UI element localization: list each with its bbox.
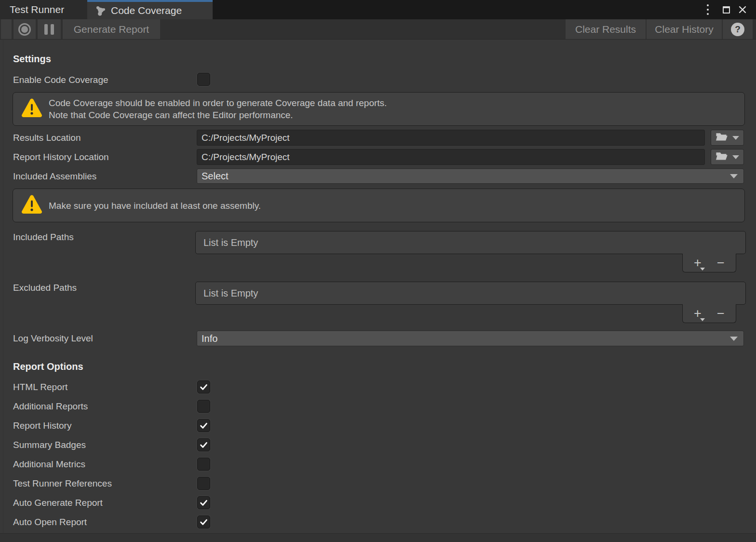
option-row-summary-badges: Summary Badges	[0, 438, 756, 458]
generate-report-button[interactable]: Generate Report	[63, 19, 160, 39]
report-options-list: HTML Report Additional Reports Report Hi…	[0, 380, 756, 535]
additional-metrics-checkbox[interactable]	[197, 458, 210, 471]
excluded-paths-label: Excluded Paths	[13, 281, 77, 294]
included-assemblies-label: Included Assemblies	[13, 169, 96, 184]
results-location-label: Results Location	[13, 130, 81, 146]
report-history-location-folder-button[interactable]	[711, 149, 744, 165]
additional-reports-checkbox[interactable]	[197, 400, 210, 413]
toolbar: Generate Report Clear Results Clear Hist…	[0, 19, 756, 40]
chevron-down-icon	[700, 318, 705, 321]
record-button[interactable]	[14, 19, 36, 39]
clear-results-label: Clear Results	[575, 24, 636, 35]
folder-icon	[716, 132, 728, 144]
option-row-additional-reports: Additional Reports	[0, 400, 756, 419]
enable-warning-box: Code Coverage should be enabled in order…	[13, 92, 745, 126]
option-row-auto-open-report: Auto Open Report	[0, 515, 756, 535]
included-paths-list-footer: + −	[682, 254, 736, 272]
results-location-folder-button[interactable]	[711, 130, 744, 146]
pause-button[interactable]	[38, 19, 61, 39]
chevron-down-icon	[730, 174, 738, 178]
remove-included-path-button[interactable]: −	[715, 257, 727, 270]
log-verbosity-dropdown[interactable]: Info	[197, 331, 744, 346]
chevron-down-icon	[732, 136, 739, 140]
option-label: Auto Generate Report	[13, 496, 103, 509]
window-bottom-strip	[0, 533, 756, 542]
maximize-icon[interactable]	[718, 0, 734, 19]
warning-icon	[21, 98, 43, 120]
option-row-html-report: HTML Report	[0, 380, 756, 400]
tab-bar: Test Runner Code Coverage	[0, 0, 756, 19]
option-label: Additional Reports	[13, 400, 88, 413]
remove-excluded-path-button[interactable]: −	[715, 307, 727, 320]
option-label: Auto Open Report	[13, 515, 87, 528]
option-row-additional-metrics: Additional Metrics	[0, 458, 756, 477]
help-button[interactable]: ?	[723, 19, 753, 39]
chevron-down-icon	[700, 268, 705, 271]
code-coverage-icon	[95, 5, 107, 16]
auto-generate-report-checkbox[interactable]	[197, 496, 210, 509]
option-label: Test Runner References	[13, 477, 112, 490]
warning-icon	[21, 194, 43, 217]
assemblies-warning-box: Make sure you have included at least one…	[13, 189, 745, 222]
summary-badges-checkbox[interactable]	[197, 438, 210, 451]
log-verbosity-value: Info	[197, 333, 730, 344]
add-included-path-button[interactable]: +	[691, 257, 704, 270]
included-assemblies-value: Select	[197, 171, 730, 182]
tab-code-coverage[interactable]: Code Coverage	[87, 0, 213, 19]
enable-warning-text: Code Coverage should be enabled in order…	[49, 97, 387, 121]
enable-code-coverage-checkbox[interactable]	[197, 73, 210, 86]
chevron-down-icon	[732, 155, 739, 159]
help-icon: ?	[731, 23, 744, 36]
test-runner-references-checkbox[interactable]	[197, 477, 210, 490]
included-paths-label: Included Paths	[13, 230, 74, 244]
excluded-paths-empty-text: List is Empty	[196, 288, 258, 299]
settings-header: Settings	[13, 54, 51, 65]
folder-icon	[716, 151, 728, 163]
excluded-paths-list: List is Empty	[195, 282, 746, 305]
option-label: Additional Metrics	[13, 458, 85, 471]
tab-code-coverage-label: Code Coverage	[111, 5, 182, 16]
report-history-location-input[interactable]	[197, 149, 705, 165]
record-icon	[18, 23, 31, 36]
option-label: Summary Badges	[13, 438, 86, 451]
option-row-report-history: Report History	[0, 419, 756, 438]
included-paths-list: List is Empty	[195, 231, 746, 254]
assemblies-warning-text: Make sure you have included at least one…	[49, 200, 261, 212]
report-history-checkbox[interactable]	[197, 419, 210, 432]
results-location-input[interactable]	[197, 130, 705, 146]
report-history-location-label: Report History Location	[13, 149, 109, 165]
close-icon[interactable]	[735, 0, 750, 19]
generate-report-label: Generate Report	[74, 24, 149, 35]
option-label: Report History	[13, 419, 71, 432]
tab-test-runner[interactable]: Test Runner	[0, 0, 87, 19]
code-coverage-window: Test Runner Code Coverage	[0, 0, 756, 542]
included-paths-empty-text: List is Empty	[196, 237, 258, 248]
included-assemblies-dropdown[interactable]: Select	[197, 169, 744, 184]
auto-open-report-checkbox[interactable]	[197, 515, 210, 528]
add-excluded-path-button[interactable]: +	[691, 307, 704, 320]
pause-icon	[44, 24, 54, 35]
option-row-auto-generate-report: Auto Generate Report	[0, 496, 756, 515]
chevron-down-icon	[730, 337, 738, 341]
clear-history-button[interactable]: Clear History	[647, 19, 722, 39]
option-row-test-runner-references: Test Runner References	[0, 477, 756, 496]
more-menu-icon[interactable]	[700, 0, 716, 19]
toolbar-spacer-button	[1, 19, 12, 39]
clear-history-label: Clear History	[655, 24, 713, 35]
excluded-paths-list-footer: + −	[682, 304, 736, 323]
log-verbosity-label: Log Verbosity Level	[13, 331, 93, 346]
clear-results-button[interactable]: Clear Results	[566, 19, 646, 39]
html-report-checkbox[interactable]	[197, 380, 210, 393]
enable-code-coverage-label: Enable Code Coverage	[13, 73, 108, 86]
report-options-header: Report Options	[13, 361, 83, 372]
tab-test-runner-label: Test Runner	[10, 4, 64, 15]
option-label: HTML Report	[13, 380, 68, 393]
